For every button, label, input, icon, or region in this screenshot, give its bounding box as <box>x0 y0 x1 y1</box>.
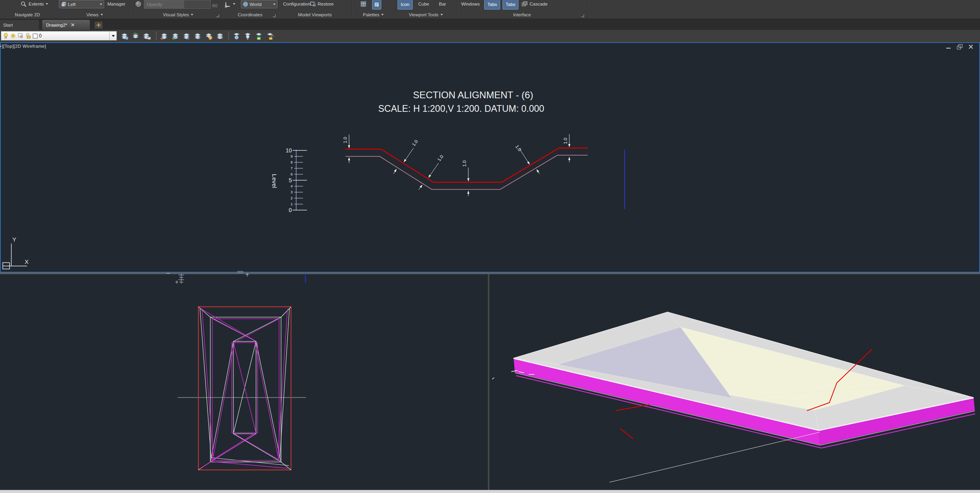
layer-on-bulb-icon <box>3 33 9 39</box>
viewport-vertical-divider[interactable] <box>488 274 489 490</box>
ucs-icon-button[interactable] <box>225 0 235 9</box>
panel-model-viewports[interactable]: Model Viewports <box>278 12 351 18</box>
view-cube-toggle-button[interactable]: Cube <box>418 0 429 9</box>
panel-separator <box>588 0 588 18</box>
ucs-icon-toggle-label: Icon <box>401 2 409 7</box>
layer-turn-on-button[interactable] <box>243 31 253 41</box>
viewport-restore-button[interactable]: Restore <box>310 0 334 9</box>
ucs-select-value: World <box>250 2 262 7</box>
layer-vp-freeze-icon <box>17 33 24 39</box>
panel-visual-styles-label: Visual Styles <box>163 12 189 17</box>
chevron-down-icon <box>381 14 384 16</box>
zoom-extents-button[interactable]: Extents <box>21 0 48 9</box>
windows-label: Windows <box>461 2 480 6</box>
panel-views-label: Views <box>86 12 98 17</box>
viewport-configuration-label: Configuration <box>283 2 310 6</box>
panel-expander-icon[interactable] <box>216 14 219 17</box>
ribbon: Extents Left Manager Opacity 60 <box>0 0 980 19</box>
chevron-down-icon <box>441 14 443 16</box>
world-globe-icon <box>243 2 248 7</box>
ucs-axes-icon <box>225 1 231 7</box>
cascade-icon <box>522 1 528 7</box>
minimize-icon[interactable] <box>946 44 951 49</box>
layer-select[interactable]: 0 <box>1 31 117 41</box>
panel-interface[interactable]: Interface <box>456 12 588 18</box>
sheet-set-palette-button[interactable] <box>372 0 381 10</box>
properties-palette-button[interactable] <box>360 0 367 9</box>
panel-viewport-tools-label: Viewport Tools <box>409 12 438 17</box>
tab-drawing2[interactable]: Drawing2* <box>42 20 90 30</box>
restore-viewport-icon <box>310 2 316 7</box>
panel-coordinates[interactable]: Coordinates <box>222 12 278 18</box>
layer-freeze-other-button[interactable] <box>231 31 242 41</box>
viewport-bottom-right[interactable] <box>489 274 980 490</box>
panel-visual-styles[interactable]: Visual Styles <box>134 12 222 18</box>
opacity-slider-label: Opacity <box>147 2 162 7</box>
panel-views[interactable]: Views <box>55 12 134 18</box>
current-layer-name: 0 <box>39 33 42 39</box>
layer-lock-button[interactable] <box>254 31 264 41</box>
visual-style-sphere-icon <box>135 1 142 7</box>
layer-color-swatch <box>33 33 38 39</box>
ucs-icon-toggle-button[interactable]: Icon <box>398 0 413 10</box>
layer-off-button[interactable] <box>192 31 203 41</box>
viewport-top[interactable] <box>0 42 980 273</box>
properties-palette-icon <box>360 1 367 7</box>
file-tabs-toggle-label: Tabs <box>487 2 497 7</box>
restore-icon[interactable] <box>957 44 963 49</box>
file-tab-bar: Start Drawing2* <box>0 19 980 30</box>
chevron-down-icon <box>46 3 48 5</box>
layout-tabs-toggle-label: Tabs <box>506 2 515 7</box>
close-tab-icon[interactable] <box>71 23 74 27</box>
layer-unisolate-button[interactable] <box>170 31 180 41</box>
view-manager-button[interactable]: Manager <box>107 0 125 9</box>
panel-navigate-2d-label: Navigate 2D <box>15 12 40 17</box>
new-tab-button[interactable] <box>95 21 103 29</box>
viewport-controls-label[interactable]: [+][Top][2D Wireframe] <box>0 44 46 49</box>
layer-isolate-button[interactable] <box>159 31 169 41</box>
layer-match-button[interactable] <box>215 31 225 41</box>
sheet-set-palette-icon <box>374 2 380 8</box>
toolbar-grip[interactable] <box>156 32 157 40</box>
layer-lock-fade-button[interactable] <box>204 31 214 41</box>
zoom-extents-label: Extents <box>29 2 44 6</box>
opacity-slider[interactable]: Opacity <box>144 0 211 9</box>
tab-start[interactable]: Start <box>0 20 39 30</box>
panel-palettes-label: Palettes <box>363 12 380 17</box>
layout-tabs-toggle-button[interactable]: Tabs <box>503 0 518 10</box>
view-select-value: Left <box>68 2 76 7</box>
cascade-label: Cascade <box>530 2 547 6</box>
tab-drawing2-label: Drawing2* <box>46 23 67 27</box>
toolbar-grip[interactable] <box>228 32 230 40</box>
layer-make-current-button[interactable] <box>119 31 130 41</box>
file-tabs-toggle-button[interactable]: Tabs <box>484 0 500 10</box>
panel-expander-icon[interactable] <box>581 14 584 17</box>
ucs-select[interactable]: World <box>241 0 278 8</box>
panel-interface-label: Interface <box>513 12 531 17</box>
windows-button[interactable]: Windows <box>461 0 480 9</box>
window-bottom-edge <box>0 490 980 493</box>
layer-toolbar: 0 <box>0 30 980 42</box>
view-select[interactable]: Left <box>59 0 104 8</box>
viewport-restore-label: Restore <box>318 2 334 6</box>
panel-viewport-tools[interactable]: Viewport Tools <box>395 12 456 18</box>
chevron-down-icon <box>191 14 193 16</box>
layer-unlock-button[interactable] <box>265 31 275 41</box>
panel-expander-icon[interactable] <box>273 14 276 17</box>
panel-navigate-2d[interactable]: Navigate 2D <box>0 12 55 18</box>
layer-thaw-sun-icon <box>10 33 16 39</box>
chevron-down-icon <box>233 3 235 5</box>
layer-previous-button[interactable] <box>130 31 141 41</box>
layer-select-dropdown[interactable] <box>109 31 116 40</box>
panel-palettes[interactable]: Palettes <box>351 12 395 18</box>
close-icon[interactable] <box>968 44 974 49</box>
navigation-bar-toggle-button[interactable]: Bar <box>439 0 446 9</box>
layer-freeze-button[interactable] <box>181 31 192 41</box>
tab-start-label: Start <box>3 23 13 27</box>
view-cube-toggle-label: Cube <box>418 2 429 6</box>
cascade-button[interactable]: Cascade <box>522 0 547 9</box>
chevron-down-icon <box>101 14 103 16</box>
layer-properties-button[interactable] <box>142 31 152 41</box>
viewport-bottom-left[interactable] <box>0 274 488 490</box>
viewport-configuration-button[interactable]: Configuration <box>283 0 310 9</box>
